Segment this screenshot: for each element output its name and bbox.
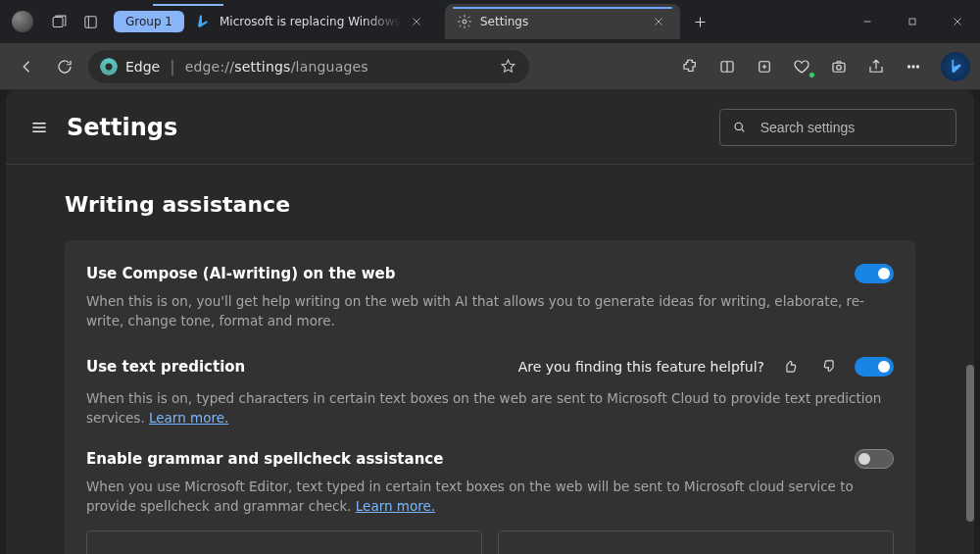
scrollbar-thumb[interactable]	[966, 365, 974, 522]
close-window-button[interactable]	[935, 6, 980, 37]
toggle-grammar[interactable]	[855, 449, 894, 469]
favorite-star-icon[interactable]	[498, 57, 517, 76]
collections-button[interactable]	[747, 49, 782, 84]
profile-avatar[interactable]	[12, 11, 33, 32]
browser-essentials-button[interactable]	[784, 49, 819, 84]
svg-rect-0	[53, 17, 63, 26]
omnibox-url: edge://settings/languages	[185, 59, 368, 75]
window-titlebar: Group 1 Microsoft is replacing Windows S…	[0, 0, 980, 43]
menu-button[interactable]	[24, 112, 55, 143]
svg-rect-6	[833, 63, 845, 72]
svg-rect-3	[909, 19, 915, 25]
learn-more-link[interactable]: Learn more.	[149, 410, 228, 426]
svg-point-9	[912, 65, 914, 67]
feedback-prompt: Are you finding this feature helpful?	[518, 359, 764, 375]
setting-grammar: Enable grammar and spellcheck assistance…	[86, 443, 894, 554]
page-title: Settings	[67, 114, 177, 141]
svg-point-8	[907, 65, 909, 67]
tab-article-label: Microsoft is replacing Windows	[220, 15, 401, 28]
thumbs-up-button[interactable]	[776, 353, 804, 380]
extensions-button[interactable]	[672, 49, 708, 84]
edge-logo-icon	[100, 58, 118, 76]
back-button[interactable]	[10, 49, 45, 84]
setting-text-prediction: Use text prediction Are you finding this…	[86, 347, 894, 444]
setting-grammar-title: Enable grammar and spellcheck assistance	[86, 450, 443, 468]
close-icon[interactable]	[405, 10, 428, 33]
address-bar[interactable]: Edge | edge://settings/languages	[88, 50, 529, 83]
thumbs-down-button[interactable]	[815, 353, 843, 380]
svg-rect-1	[84, 16, 95, 26]
svg-point-7	[837, 65, 842, 70]
toggle-text-prediction[interactable]	[855, 357, 894, 377]
grammar-subpanel-right[interactable]	[498, 530, 894, 555]
search-icon	[732, 119, 747, 135]
refresh-button[interactable]	[47, 49, 82, 84]
section-heading: Writing assistance	[65, 192, 915, 217]
screenshot-button[interactable]	[821, 49, 857, 84]
svg-point-10	[916, 65, 918, 67]
more-menu-button[interactable]	[896, 49, 931, 84]
setting-prediction-desc: When this is on, typed characters in cer…	[86, 388, 894, 428]
setting-compose: Use Compose (AI-writing) on the web When…	[86, 258, 894, 347]
bing-favicon-icon	[196, 14, 212, 29]
tab-settings[interactable]: Settings	[445, 4, 680, 39]
tab-settings-label: Settings	[480, 15, 643, 28]
setting-compose-title: Use Compose (AI-writing) on the web	[86, 265, 396, 282]
close-icon[interactable]	[647, 10, 670, 33]
setting-grammar-desc: When you use Microsoft Editor, text type…	[86, 477, 894, 517]
toggle-compose[interactable]	[855, 264, 894, 283]
bing-chat-button[interactable]	[941, 52, 970, 81]
settings-appbar: Settings	[6, 90, 974, 165]
tab-group-label[interactable]: Group 1	[114, 11, 184, 32]
svg-point-2	[463, 20, 466, 24]
share-button[interactable]	[858, 49, 894, 84]
gear-icon	[457, 14, 472, 29]
browser-toolbar: Edge | edge://settings/languages	[0, 43, 980, 90]
vertical-tabs-icon[interactable]	[74, 6, 106, 37]
settings-search[interactable]	[719, 109, 956, 146]
settings-content: Writing assistance Use Compose (AI-writi…	[6, 165, 974, 554]
grammar-subpanel-left[interactable]	[86, 530, 482, 555]
omnibox-brand: Edge	[125, 59, 160, 75]
settings-page: Settings Writing assistance Use Compose …	[6, 90, 974, 554]
learn-more-link[interactable]: Learn more.	[356, 498, 435, 514]
maximize-button[interactable]	[890, 6, 935, 37]
workspaces-icon[interactable]	[43, 6, 74, 37]
new-tab-button[interactable]	[686, 7, 715, 36]
writing-assistance-card: Use Compose (AI-writing) on the web When…	[65, 240, 915, 554]
settings-search-input[interactable]	[760, 120, 944, 135]
minimize-button[interactable]	[845, 6, 890, 37]
setting-prediction-title: Use text prediction	[86, 358, 245, 376]
tab-article[interactable]: Microsoft is replacing Windows	[184, 4, 441, 39]
split-screen-button[interactable]	[710, 49, 745, 84]
setting-compose-desc: When this is on, you'll get help writing…	[86, 291, 894, 331]
svg-point-11	[735, 123, 742, 129]
